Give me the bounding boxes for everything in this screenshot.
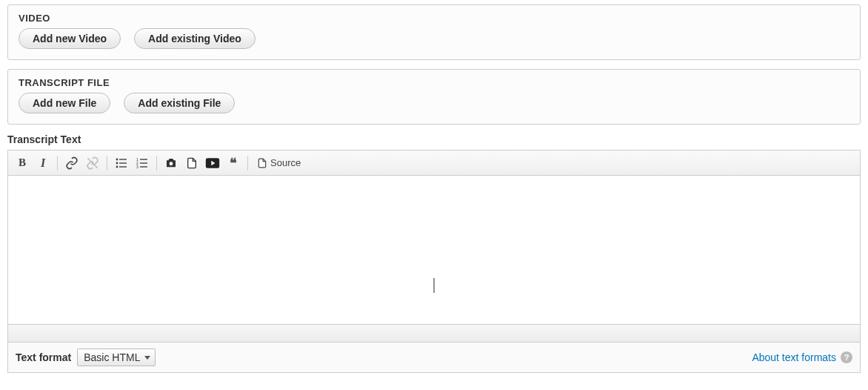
svg-rect-10 xyxy=(140,162,147,163)
source-button[interactable]: Source xyxy=(253,153,305,173)
add-new-file-button[interactable]: Add new File xyxy=(19,93,110,113)
help-icon: ? xyxy=(841,351,852,363)
toolbar-separator xyxy=(107,156,107,171)
link-icon[interactable] xyxy=(62,153,81,173)
svg-point-13 xyxy=(170,162,173,165)
add-existing-video-button[interactable]: Add existing Video xyxy=(134,28,256,49)
toolbar-separator xyxy=(156,156,157,171)
editor-status-bar xyxy=(8,324,860,342)
text-format-selected: Basic HTML xyxy=(84,351,140,363)
text-format-label: Text format xyxy=(16,351,71,363)
transcript-file-fieldset: TRANSCRIPT FILE Add new File Add existin… xyxy=(7,69,861,125)
rich-text-editor: B I xyxy=(7,150,861,343)
numbered-list-icon[interactable]: 1 2 3 xyxy=(133,153,152,173)
video-button-row: Add new Video Add existing Video xyxy=(19,28,849,49)
source-label: Source xyxy=(270,157,301,168)
unlink-icon[interactable] xyxy=(83,153,102,173)
svg-rect-2 xyxy=(119,159,127,159)
svg-point-1 xyxy=(116,158,118,160)
transcript-file-heading: TRANSCRIPT FILE xyxy=(19,77,849,88)
transcript-text-label: Transcript Text xyxy=(7,133,861,145)
chevron-down-icon xyxy=(144,356,150,360)
about-text-formats-label: About text formats xyxy=(752,351,836,363)
svg-rect-6 xyxy=(119,166,127,167)
editor-toolbar: B I xyxy=(8,151,860,176)
camera-icon[interactable] xyxy=(161,153,181,173)
bulleted-list-icon[interactable] xyxy=(112,153,131,173)
text-format-bar: Text format Basic HTML About text format… xyxy=(7,343,861,373)
svg-text:3: 3 xyxy=(136,165,138,169)
toolbar-separator xyxy=(247,156,248,171)
bold-icon[interactable]: B xyxy=(13,153,32,173)
video-fieldset: VIDEO Add new Video Add existing Video xyxy=(7,4,861,60)
svg-point-5 xyxy=(116,165,118,168)
video-heading: VIDEO xyxy=(19,13,849,24)
add-new-video-button[interactable]: Add new Video xyxy=(19,28,121,49)
file-icon[interactable] xyxy=(182,153,201,173)
svg-rect-8 xyxy=(140,159,147,159)
transcript-file-button-row: Add new File Add existing File xyxy=(19,93,849,113)
blockquote-icon[interactable]: ❝ xyxy=(224,153,243,173)
media-icon[interactable] xyxy=(203,153,222,173)
svg-rect-4 xyxy=(119,162,127,163)
text-format-select[interactable]: Basic HTML xyxy=(77,348,156,366)
add-existing-file-button[interactable]: Add existing File xyxy=(124,93,235,113)
svg-point-3 xyxy=(116,162,118,164)
editor-textarea[interactable] xyxy=(8,176,860,324)
svg-rect-12 xyxy=(140,166,147,167)
about-text-formats-link[interactable]: About text formats ? xyxy=(752,351,852,363)
text-cursor xyxy=(434,278,435,293)
italic-icon[interactable]: I xyxy=(33,153,53,173)
toolbar-separator xyxy=(57,156,58,171)
